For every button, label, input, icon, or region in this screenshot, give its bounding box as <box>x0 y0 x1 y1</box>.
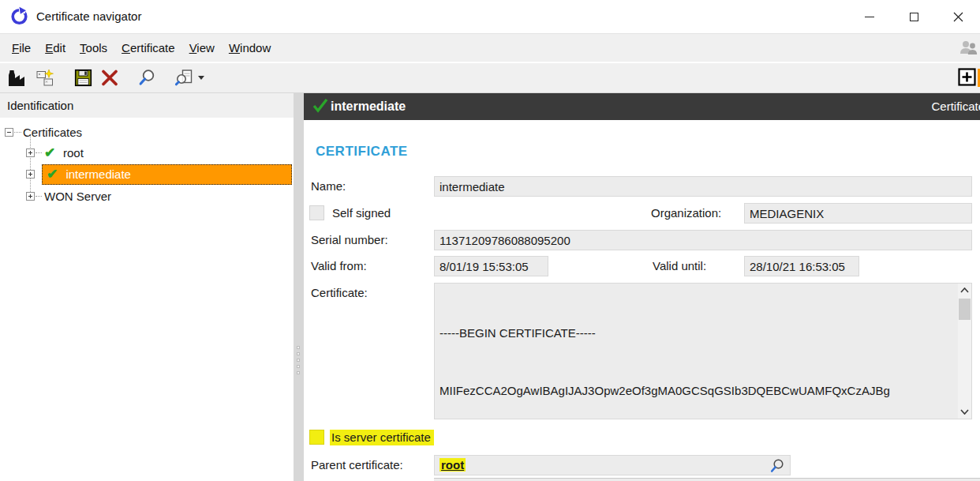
tree-node-certificates[interactable]: Certificates <box>0 122 294 143</box>
green-check-icon <box>312 96 329 117</box>
panel-splitter[interactable] <box>294 93 304 481</box>
close-icon <box>953 12 963 22</box>
window-controls <box>847 0 980 33</box>
titlebar: Certificate navigator <box>0 0 980 33</box>
parent-lookup-button[interactable] <box>769 458 785 474</box>
menu-item-file[interactable]: File <box>8 34 35 62</box>
selected-row-highlight[interactable]: ✔ intermediate <box>42 164 292 185</box>
delete-button[interactable] <box>100 66 119 90</box>
certificate-label: Certificate: <box>311 283 368 303</box>
certificate-line: MIIFezCCA2OgAwIBAgIJAJ3Opw2eOf3gMA0GCSqG… <box>440 381 956 400</box>
valid-from-label: Valid from: <box>311 256 367 276</box>
detail-header-right-label: Certificate <box>931 93 980 120</box>
factory-icon <box>8 69 28 87</box>
certificate-tree: Certificates ✔ root ✔ intermediate WON S… <box>0 118 294 481</box>
expand-box-icon[interactable] <box>26 170 35 178</box>
chevron-down-icon <box>198 76 204 80</box>
parent-certificate-link[interactable]: root <box>440 458 466 472</box>
green-check-icon: ✔ <box>47 167 58 182</box>
menubar: File Edit Tools Certificate View Window <box>0 33 980 62</box>
menu-item-tools[interactable]: Tools <box>76 34 111 62</box>
vertical-scrollbar[interactable] <box>958 284 971 419</box>
menu-item-window[interactable]: Window <box>225 34 275 62</box>
maximize-icon <box>910 13 918 21</box>
group-people-icon <box>958 39 978 58</box>
collapse-box-icon[interactable] <box>5 128 13 137</box>
certificate-textarea[interactable]: -----BEGIN CERTIFICATE----- MIIFezCCA2Og… <box>434 283 972 419</box>
chevron-down-icon <box>960 409 969 415</box>
close-button[interactable] <box>936 0 980 33</box>
menu-item-certificate[interactable]: Certificate <box>118 34 179 62</box>
tree-node-intermediate[interactable]: ✔ intermediate <box>0 164 294 185</box>
save-floppy-icon <box>74 69 92 87</box>
parent-certificate-label: Parent certificate: <box>311 455 403 475</box>
splitter-grip-dot <box>297 346 300 349</box>
search-button[interactable] <box>138 66 156 90</box>
certificate-text: -----BEGIN CERTIFICATE----- MIIFezCCA2Og… <box>440 286 956 419</box>
toolbar-button-factory[interactable] <box>8 66 28 90</box>
chevron-up-icon <box>960 287 969 293</box>
detail-title: intermediate <box>331 93 406 120</box>
self-signed-checkbox[interactable] <box>309 205 324 220</box>
green-check-icon: ✔ <box>44 143 55 163</box>
is-server-checkbox[interactable] <box>309 430 324 445</box>
add-panel-button[interactable] <box>958 68 976 89</box>
search-options-button[interactable] <box>175 66 204 90</box>
valid-until-input[interactable] <box>744 256 859 276</box>
valid-until-label: Valid until: <box>653 256 706 276</box>
self-signed-label: Self signed <box>332 203 391 224</box>
tree-node-root[interactable]: ✔ root <box>0 143 294 163</box>
scrollbar-thumb[interactable] <box>959 299 971 320</box>
app-window: Certificate navigator File Edit Tools Ce… <box>0 0 980 481</box>
plus-box-icon <box>958 68 976 86</box>
detail-header: intermediate Certificate <box>304 93 980 120</box>
menu-item-edit[interactable]: Edit <box>41 34 69 62</box>
name-input[interactable] <box>434 176 972 197</box>
section-title: CERTIFICATE <box>316 144 408 160</box>
valid-from-input[interactable] <box>434 256 548 276</box>
menu-item-view[interactable]: View <box>185 34 219 62</box>
scroll-up-button[interactable] <box>958 284 971 297</box>
splitter-grip-dot <box>297 371 300 374</box>
organization-label: Organization: <box>651 203 721 224</box>
magnifier-icon <box>769 458 785 474</box>
delete-x-icon <box>100 69 119 87</box>
minimize-icon <box>865 17 874 17</box>
expand-box-icon[interactable] <box>26 192 35 201</box>
name-label: Name: <box>311 176 346 197</box>
tree-node-won-server[interactable]: WON Server <box>0 186 294 207</box>
is-server-label: Is server certificate <box>330 427 434 448</box>
tree-node-label: root <box>63 143 84 163</box>
toolbar <box>0 63 980 93</box>
search-icon <box>138 69 156 87</box>
search-document-icon <box>175 69 193 87</box>
minimize-button[interactable] <box>847 0 892 33</box>
splitter-grip-dot <box>297 352 300 355</box>
tree-connector-stub <box>14 132 21 133</box>
expand-box-icon[interactable] <box>26 148 35 157</box>
splitter-grip-dot <box>297 365 300 368</box>
serial-number-label: Serial number: <box>311 230 388 250</box>
tree-node-label: Certificates <box>23 122 82 143</box>
tree-connector-stub <box>36 152 42 153</box>
parent-certificate-field[interactable]: root <box>434 455 791 475</box>
window-title: Certificate navigator <box>36 0 141 33</box>
new-item-icon <box>36 69 55 87</box>
maximize-button[interactable] <box>892 0 936 33</box>
tree-node-label: WON Server <box>44 186 111 207</box>
app-logo-icon <box>9 6 29 26</box>
tree-node-label: intermediate <box>65 167 131 181</box>
save-button[interactable] <box>74 66 92 90</box>
panel-header-identification: Identification <box>0 93 294 118</box>
next-field-edge <box>434 478 980 481</box>
organization-input[interactable] <box>744 203 972 224</box>
splitter-grip-dot <box>297 359 300 362</box>
certificate-line: -----BEGIN CERTIFICATE----- <box>440 324 956 343</box>
scroll-down-button[interactable] <box>958 405 971 419</box>
toolbar-button-new[interactable] <box>36 66 55 90</box>
serial-number-input[interactable] <box>434 230 972 250</box>
tree-connector-stub <box>36 196 42 197</box>
